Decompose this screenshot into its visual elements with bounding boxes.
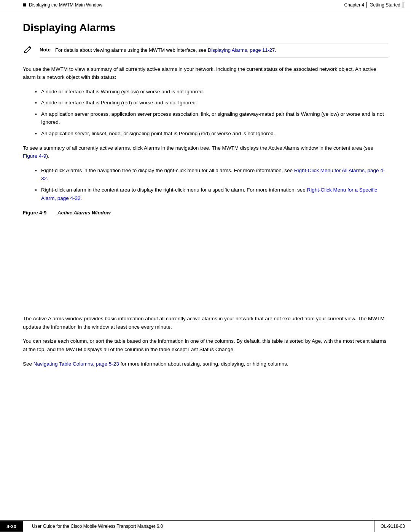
- paragraph-1: You use the MWTM to view a summary of al…: [23, 65, 388, 81]
- page-header: Displaying the MWTM Main Window Chapter …: [0, 0, 411, 10]
- page-number: 4-30: [0, 521, 23, 532]
- page-footer: 4-30 User Guide for the Cisco Mobile Wir…: [0, 520, 411, 532]
- breadcrumb-bullet: [23, 3, 26, 6]
- header-separator-2: [403, 2, 403, 8]
- chapter-title: Getting Started: [370, 2, 400, 8]
- list-item-rightclick-specific: Right-click an alarm in the content area…: [35, 186, 388, 202]
- footer-guide-title: User Guide for the Cisco Mobile Wireless…: [26, 521, 169, 532]
- breadcrumb-text: Displaying the MWTM Main Window: [29, 2, 102, 8]
- paragraph-4: You can resize each column, or sort the …: [23, 337, 388, 353]
- paragraph-2: To see a summary of all currently active…: [23, 144, 388, 160]
- note-link[interactable]: Displaying Alarms, page 11-27: [208, 47, 275, 53]
- figure-link[interactable]: Figure 4-9: [23, 153, 46, 159]
- bullet-list-2: Right-click Alarms in the navigation tre…: [35, 166, 388, 202]
- paragraph-5: See Navigating Table Columns, page 5-23 …: [23, 360, 388, 368]
- list-item: An application server, linkset, node, or…: [35, 129, 388, 138]
- note-text: For details about viewing alarms using t…: [55, 46, 276, 54]
- figure-title: Active Alarms Window: [57, 210, 111, 216]
- figure-number: Figure 4-9: [23, 210, 46, 216]
- nav-table-columns-link[interactable]: Navigating Table Columns, page 5-23: [33, 361, 119, 367]
- figure-area: [23, 222, 388, 305]
- paragraph-3: The Active Alarms window provides basic …: [23, 315, 388, 331]
- page-title: Displaying Alarms: [23, 22, 388, 34]
- note-label: Note: [40, 46, 51, 53]
- breadcrumb: Displaying the MWTM Main Window: [0, 0, 110, 10]
- list-item: An application server process, applicati…: [35, 110, 388, 126]
- footer-doc-number: OL-9118-03: [374, 521, 411, 532]
- figure-caption: Figure 4-9 Active Alarms Window: [23, 210, 388, 216]
- chapter-label: Chapter 4: [344, 2, 365, 8]
- list-item: A node or interface that is Warning (yel…: [35, 88, 388, 96]
- header-separator: [366, 2, 367, 8]
- list-item-rightclick-all: Right-click Alarms in the navigation tre…: [35, 166, 388, 183]
- note-content: Note For details about viewing alarms us…: [40, 43, 388, 58]
- note-icon: [23, 44, 33, 56]
- pencil-icon: [23, 44, 33, 54]
- bullet-list-1: A node or interface that is Warning (yel…: [35, 88, 388, 138]
- main-content: Displaying Alarms Note For details about…: [0, 10, 411, 520]
- list-item: A node or interface that is Pending (red…: [35, 99, 388, 107]
- note-box: Note For details about viewing alarms us…: [23, 43, 388, 58]
- footer-left: 4-30 User Guide for the Cisco Mobile Wir…: [0, 521, 169, 532]
- chapter-info: Chapter 4 Getting Started: [337, 0, 411, 10]
- svg-line-0: [28, 48, 30, 49]
